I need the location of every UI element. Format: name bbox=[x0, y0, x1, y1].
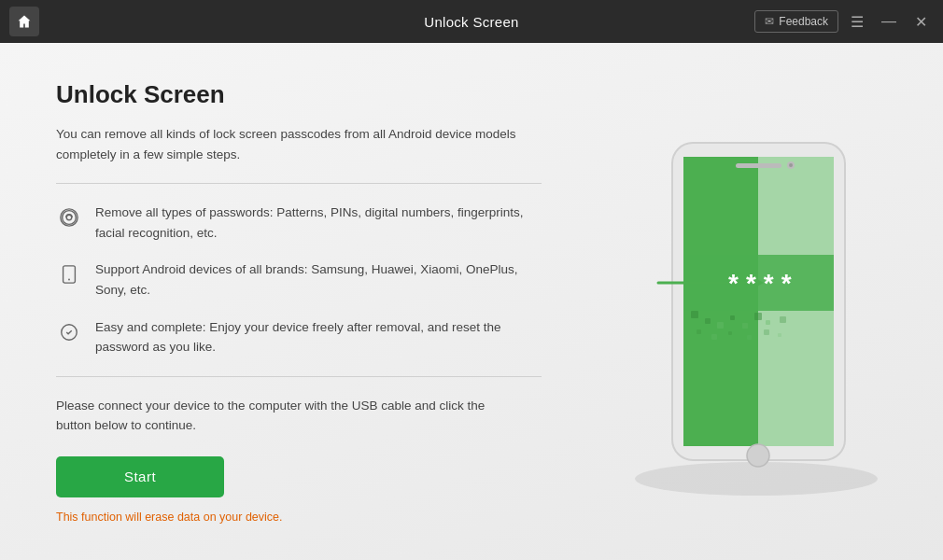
home-button[interactable] bbox=[9, 7, 39, 36]
phone-icon bbox=[56, 261, 82, 287]
features-list: Remove all types of passwords: Patterns,… bbox=[56, 203, 607, 357]
menu-button[interactable]: ☰ bbox=[844, 8, 870, 35]
svg-point-33 bbox=[789, 163, 793, 167]
svg-rect-23 bbox=[766, 320, 770, 325]
window-controls: ✉ Feedback ☰ — ✕ bbox=[754, 8, 934, 35]
mail-icon: ✉ bbox=[765, 15, 774, 28]
svg-rect-29 bbox=[764, 329, 769, 335]
content-area: Unlock Screen You can remove all kinds o… bbox=[0, 43, 654, 560]
svg-text:****: **** bbox=[728, 269, 799, 298]
connect-text: Please connect your device to the comput… bbox=[56, 396, 504, 436]
check-icon bbox=[56, 319, 82, 345]
svg-rect-19 bbox=[717, 322, 724, 329]
warning-text: This function will erase data on your de… bbox=[56, 511, 607, 524]
svg-rect-31 bbox=[736, 163, 781, 168]
svg-rect-28 bbox=[747, 335, 752, 340]
description-text: You can remove all kinds of lock screen … bbox=[56, 124, 542, 164]
home-icon bbox=[17, 14, 32, 29]
feature-item-2: Support Android devices of all brands: S… bbox=[56, 259, 532, 300]
main-content: Unlock Screen You can remove all kinds o… bbox=[0, 43, 943, 560]
divider-bottom bbox=[56, 376, 542, 377]
feedback-label: Feedback bbox=[779, 15, 828, 28]
svg-point-34 bbox=[747, 444, 769, 467]
feature-item-1: Remove all types of passwords: Patterns,… bbox=[56, 203, 532, 243]
feature-text-3: Easy and complete: Enjoy your device fre… bbox=[95, 317, 532, 357]
window-title: Unlock Screen bbox=[424, 14, 518, 30]
svg-rect-27 bbox=[728, 331, 732, 335]
svg-rect-18 bbox=[705, 318, 711, 324]
svg-rect-26 bbox=[711, 334, 717, 340]
svg-rect-24 bbox=[780, 316, 786, 323]
start-button[interactable]: Start bbox=[56, 456, 224, 497]
feature-item-3: Easy and complete: Enjoy your device fre… bbox=[56, 317, 532, 357]
page-title: Unlock Screen bbox=[56, 80, 607, 109]
feedback-button[interactable]: ✉ Feedback bbox=[754, 10, 838, 33]
svg-rect-25 bbox=[697, 329, 701, 334]
svg-rect-22 bbox=[754, 313, 762, 320]
svg-rect-21 bbox=[742, 323, 748, 329]
feature-text-2: Support Android devices of all brands: S… bbox=[95, 259, 532, 300]
svg-rect-20 bbox=[730, 315, 735, 320]
feature-text-1: Remove all types of passwords: Patterns,… bbox=[95, 203, 532, 243]
minimize-button[interactable]: — bbox=[876, 8, 902, 35]
svg-rect-17 bbox=[691, 311, 698, 318]
titlebar: Unlock Screen ✉ Feedback ☰ — ✕ bbox=[0, 0, 943, 43]
svg-rect-30 bbox=[778, 333, 781, 337]
close-button[interactable]: ✕ bbox=[908, 8, 934, 35]
fingerprint-icon bbox=[56, 204, 82, 231]
divider-top bbox=[56, 183, 542, 184]
